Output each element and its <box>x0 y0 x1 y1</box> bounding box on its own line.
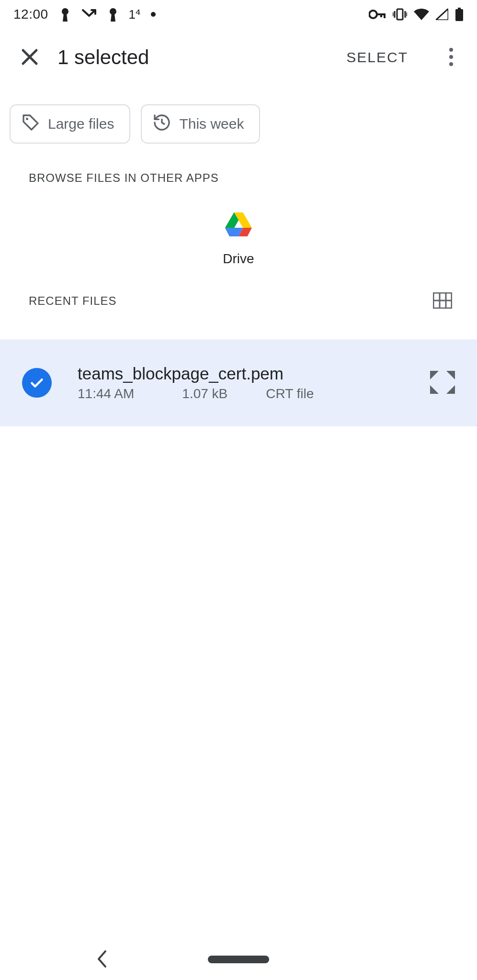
nav-back-button[interactable] <box>96 949 108 970</box>
svg-point-17 <box>449 62 453 66</box>
appbar-title: 1 selected <box>57 46 149 69</box>
svg-rect-11 <box>458 8 461 9</box>
wifi-icon <box>414 9 429 20</box>
status-right <box>369 8 464 21</box>
overflow-dot-icon <box>151 12 156 17</box>
file-name: teams_blockpage_cert.pem <box>78 364 419 383</box>
chip-label: Large files <box>48 116 114 132</box>
select-all-button[interactable]: SELECT <box>343 45 411 70</box>
section-recent-label: RECENT FILES <box>29 294 117 308</box>
file-time: 11:44 AM <box>78 386 134 401</box>
svg-rect-5 <box>380 13 382 17</box>
app-bar: 1 selected SELECT <box>0 29 477 86</box>
keyhole-notif-icon-2 <box>108 7 118 22</box>
svg-rect-6 <box>397 9 403 20</box>
app-tile-label: Drive <box>223 251 254 267</box>
selected-check-icon <box>22 368 52 398</box>
file-meta: teams_blockpage_cert.pem 11:44 AM 1.07 k… <box>78 364 419 401</box>
file-subrow: 11:44 AM 1.07 kB CRT file <box>78 386 419 401</box>
app-tile-drive[interactable]: Drive <box>223 212 254 267</box>
status-left: 12:00 1⁴ <box>13 7 156 22</box>
system-nav-bar <box>0 939 477 980</box>
kebab-icon <box>449 47 454 68</box>
close-icon <box>20 47 39 68</box>
svg-point-18 <box>26 118 28 120</box>
more-options-button[interactable] <box>438 44 465 71</box>
chip-this-week[interactable]: This week <box>141 104 260 144</box>
recent-files-header: RECENT FILES <box>0 282 477 320</box>
history-icon <box>152 113 171 135</box>
missed-call-icon <box>81 8 97 21</box>
chevron-left-icon <box>96 963 108 970</box>
filter-chips: Large files This week <box>0 86 477 158</box>
keyhole-notif-icon <box>60 7 70 22</box>
chip-label: This week <box>179 116 244 132</box>
tag-icon <box>21 113 40 135</box>
nav-home-pill[interactable] <box>208 956 269 963</box>
svg-rect-4 <box>384 13 386 18</box>
file-type: CRT file <box>266 386 314 401</box>
chip-large-files[interactable]: Large files <box>10 104 130 144</box>
close-button[interactable] <box>16 44 43 71</box>
other-apps-row: Drive <box>0 189 477 282</box>
vpn-key-icon <box>369 10 386 19</box>
svg-point-15 <box>449 48 453 52</box>
svg-point-16 <box>449 55 453 59</box>
vibrate-icon <box>393 8 407 21</box>
drive-icon <box>225 212 252 238</box>
battery-icon <box>455 8 464 21</box>
signal-icon <box>436 9 448 20</box>
preview-button[interactable] <box>428 368 457 397</box>
status-bar: 12:00 1⁴ <box>0 0 477 29</box>
notif-count: 1⁴ <box>129 7 140 22</box>
file-row[interactable]: teams_blockpage_cert.pem 11:44 AM 1.07 k… <box>0 339 477 426</box>
grid-icon <box>433 292 452 310</box>
grid-view-button[interactable] <box>429 288 456 314</box>
svg-rect-12 <box>455 9 463 21</box>
status-clock: 12:00 <box>13 7 48 22</box>
file-size: 1.07 kB <box>182 386 227 401</box>
expand-icon <box>429 370 456 396</box>
section-other-apps-label: BROWSE FILES IN OTHER APPS <box>0 158 477 189</box>
svg-point-2 <box>369 11 377 18</box>
